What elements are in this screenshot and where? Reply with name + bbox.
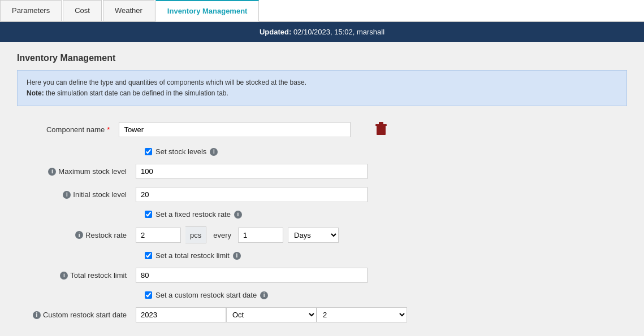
custom-restock-date-fields: Jan Feb Mar Apr May Jun Jul Aug Sep Oct … xyxy=(136,307,407,322)
set-stock-levels-row: Set stock levels i xyxy=(17,147,627,156)
set-stock-levels-offset: Set stock levels i xyxy=(145,147,218,156)
every-label: every xyxy=(213,231,231,239)
svg-rect-0 xyxy=(377,125,386,135)
set-fixed-restock-label[interactable]: Set a fixed restock rate i xyxy=(145,210,242,219)
custom-restock-day-select[interactable]: 1 2 3 xyxy=(317,307,407,322)
set-fixed-restock-offset: Set a fixed restock rate i xyxy=(145,210,242,219)
initial-stock-row: i Initial stock level xyxy=(17,187,627,202)
tab-cost[interactable]: Cost xyxy=(63,0,102,21)
inventory-form: Component name * xyxy=(17,120,627,322)
set-total-restock-info-icon[interactable]: i xyxy=(233,252,241,260)
main-content: Inventory Management Here you can define… xyxy=(0,42,644,336)
restock-rate-fields: pcs every Days Weeks Months xyxy=(136,226,339,243)
status-value: 02/10/2023, 15:02, marshall xyxy=(293,28,384,36)
pcs-unit: pcs xyxy=(185,226,206,243)
set-fixed-restock-row: Set a fixed restock rate i xyxy=(17,210,627,219)
component-name-input[interactable] xyxy=(119,122,351,137)
tab-inventory-management[interactable]: Inventory Management xyxy=(155,0,260,21)
custom-restock-date-row: i Custom restock start date Jan Feb Mar … xyxy=(17,307,627,322)
note-text: the simulation start date can be defined… xyxy=(46,89,228,97)
initial-stock-info-icon[interactable]: i xyxy=(63,191,71,199)
delete-button[interactable] xyxy=(373,120,389,139)
restock-every-unit-select[interactable]: Days Weeks Months xyxy=(288,228,339,243)
info-box: Here you can define the type and quantit… xyxy=(17,70,627,106)
component-name-row: Component name * xyxy=(17,120,627,139)
status-prefix: Updated: xyxy=(260,28,291,36)
set-total-restock-label[interactable]: Set a total restock limit i xyxy=(145,251,241,260)
max-stock-info-icon[interactable]: i xyxy=(48,168,56,176)
set-custom-restock-date-info-icon[interactable]: i xyxy=(260,291,268,299)
restock-rate-input[interactable] xyxy=(136,228,181,243)
trash-icon xyxy=(375,129,387,137)
tab-parameters[interactable]: Parameters xyxy=(0,0,62,21)
component-name-field-row xyxy=(119,120,621,139)
restock-rate-label: i Restock rate xyxy=(23,231,136,239)
restock-rate-row: i Restock rate pcs every Days Weeks Mont… xyxy=(17,226,627,243)
custom-restock-date-info-icon[interactable]: i xyxy=(33,311,41,319)
set-total-restock-row: Set a total restock limit i xyxy=(17,251,627,260)
info-description: Here you can define the type and quantit… xyxy=(27,77,617,88)
total-restock-row: i Total restock limit xyxy=(17,268,627,283)
custom-restock-month-select[interactable]: Jan Feb Mar Apr May Jun Jul Aug Sep Oct … xyxy=(226,307,317,322)
set-custom-restock-date-label[interactable]: Set a custom restock start date i xyxy=(145,291,268,299)
initial-stock-input[interactable] xyxy=(136,187,368,202)
total-restock-label: i Total restock limit xyxy=(23,271,136,280)
component-name-label: Component name * xyxy=(23,125,119,134)
set-custom-restock-date-offset: Set a custom restock start date i xyxy=(145,291,268,299)
set-stock-levels-checkbox[interactable] xyxy=(145,148,152,155)
set-fixed-restock-checkbox[interactable] xyxy=(145,211,152,218)
info-note: Note: the simulation start date can be d… xyxy=(27,88,617,99)
section-title: Inventory Management xyxy=(17,53,627,63)
custom-restock-date-label: i Custom restock start date xyxy=(23,311,136,319)
max-stock-label: i Maximum stock level xyxy=(23,167,136,176)
restock-every-input[interactable] xyxy=(238,228,283,243)
status-bar: Updated: 02/10/2023, 15:02, marshall xyxy=(0,22,644,42)
total-restock-input[interactable] xyxy=(136,268,368,283)
note-label: Note: xyxy=(27,89,44,97)
set-fixed-restock-info-icon[interactable]: i xyxy=(234,211,242,219)
set-custom-restock-date-checkbox[interactable] xyxy=(145,291,152,299)
max-stock-input[interactable] xyxy=(136,164,368,179)
set-stock-levels-label[interactable]: Set stock levels i xyxy=(145,147,218,156)
set-custom-restock-date-row: Set a custom restock start date i xyxy=(17,291,627,299)
max-stock-row: i Maximum stock level xyxy=(17,164,627,179)
set-stock-levels-info-icon[interactable]: i xyxy=(210,148,218,156)
custom-restock-year-input[interactable] xyxy=(136,307,226,322)
restock-rate-info-icon[interactable]: i xyxy=(75,231,83,239)
tab-weather[interactable]: Weather xyxy=(103,0,154,21)
total-restock-info-icon[interactable]: i xyxy=(60,272,68,280)
tab-bar: Parameters Cost Weather Inventory Manage… xyxy=(0,0,644,22)
initial-stock-label: i Initial stock level xyxy=(23,190,136,199)
svg-rect-2 xyxy=(379,122,383,125)
set-total-restock-checkbox[interactable] xyxy=(145,252,152,259)
required-indicator: * xyxy=(107,125,110,134)
set-total-restock-offset: Set a total restock limit i xyxy=(145,251,241,260)
